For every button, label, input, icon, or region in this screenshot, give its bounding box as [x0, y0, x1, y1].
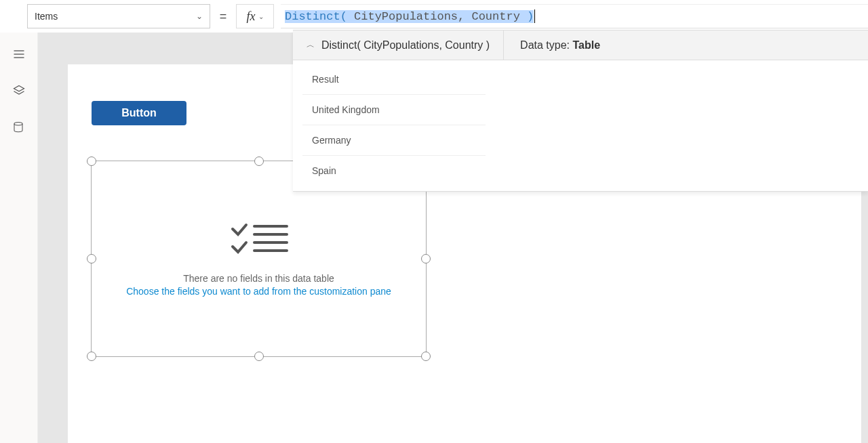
formula-result-panel: ︿ Distinct( CityPopulations, Country ) D…: [293, 30, 868, 192]
hamburger-icon[interactable]: [12, 47, 26, 61]
formula-result-datatype: Data type: Table: [504, 39, 616, 51]
result-row[interactable]: United Kingdom: [302, 95, 486, 125]
resize-handle[interactable]: [87, 352, 96, 361]
property-dropdown[interactable]: Items ⌄: [27, 4, 210, 28]
button-control[interactable]: Button: [92, 101, 186, 125]
resize-handle[interactable]: [254, 352, 264, 361]
left-rail: [0, 33, 38, 443]
result-column: Result United Kingdom Germany Spain: [302, 64, 486, 186]
equals-label: =: [217, 4, 229, 28]
datatype-label: Data type:: [520, 39, 570, 51]
layers-icon[interactable]: [12, 84, 26, 98]
data-table-empty-msg: There are no fields in this data table: [183, 273, 334, 284]
text-cursor: [534, 9, 535, 23]
formula-result-header: ︿ Distinct( CityPopulations, Country ) D…: [293, 30, 868, 60]
checklist-icon: [229, 221, 290, 261]
formula-bar: Items ⌄ = fx ⌄ Distinct( CityPopulations…: [27, 4, 868, 28]
chevron-down-icon: ⌄: [196, 12, 203, 21]
chevron-up-icon: ︿: [307, 39, 315, 51]
result-row[interactable]: Spain: [302, 156, 486, 186]
fx-label: fx: [247, 9, 256, 24]
fx-button[interactable]: fx ⌄: [236, 4, 274, 28]
button-control-label: Button: [121, 107, 157, 119]
formula-token-arg2: Country: [471, 10, 519, 23]
result-row[interactable]: Germany: [302, 125, 486, 156]
formula-token-arg1: CityPopulations: [354, 10, 458, 23]
data-table-fields-link[interactable]: Choose the fields you want to add from t…: [126, 286, 391, 297]
formula-result-body: Result United Kingdom Germany Spain: [293, 60, 868, 191]
resize-handle[interactable]: [87, 156, 96, 166]
resize-handle[interactable]: [421, 352, 431, 361]
formula-input[interactable]: Distinct( CityPopulations, Country ): [281, 4, 868, 28]
resize-handle[interactable]: [87, 254, 96, 263]
chevron-down-icon: ⌄: [258, 13, 264, 20]
svg-point-4: [14, 123, 22, 126]
datatype-value: Table: [572, 39, 600, 51]
formula-token-func: Distinct: [285, 10, 340, 23]
formula-result-expr: Distinct( CityPopulations, Country ): [321, 39, 490, 51]
database-icon[interactable]: [12, 121, 26, 134]
resize-handle[interactable]: [254, 156, 264, 166]
property-dropdown-value: Items: [35, 11, 58, 22]
formula-result-toggle[interactable]: ︿ Distinct( CityPopulations, Country ): [293, 30, 504, 60]
resize-handle[interactable]: [421, 254, 431, 263]
svg-marker-3: [14, 86, 24, 91]
result-column-header: Result: [302, 64, 486, 95]
